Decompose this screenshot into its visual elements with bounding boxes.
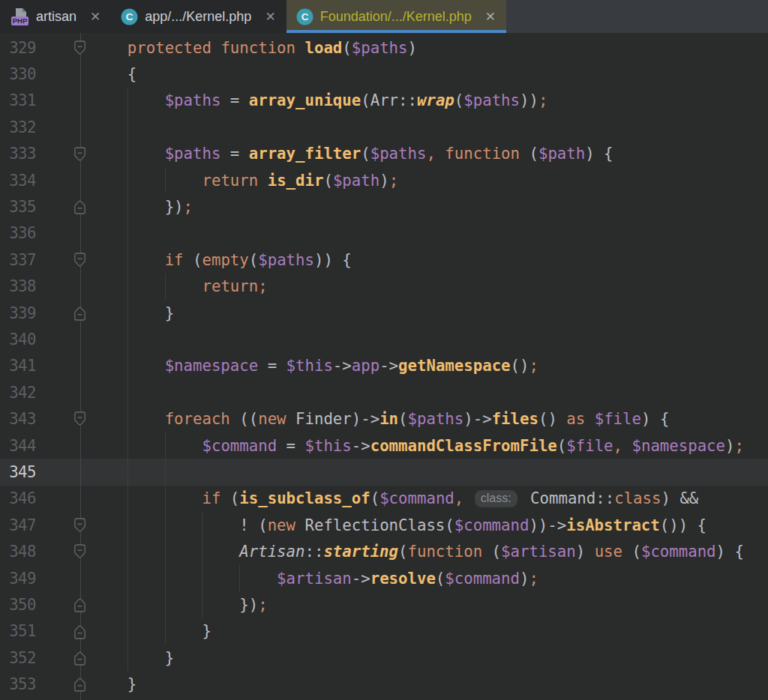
code-line[interactable]: 338 return; bbox=[0, 274, 768, 300]
class-icon: C bbox=[121, 8, 138, 25]
gutter-fold-area bbox=[36, 326, 90, 352]
code-area[interactable]: 329 protected function load($paths)330 {… bbox=[0, 34, 768, 698]
line-number: 340 bbox=[0, 331, 36, 349]
tab-foundation-kernel[interactable]: C Foundation/.../Kernel.php ✕ bbox=[286, 0, 506, 33]
line-number: 349 bbox=[0, 570, 36, 588]
gutter-fold-area bbox=[36, 565, 90, 591]
line-number: 336 bbox=[0, 224, 36, 242]
line-number: 331 bbox=[0, 91, 36, 109]
line-number: 332 bbox=[0, 118, 36, 136]
fold-close-icon bbox=[74, 624, 86, 639]
gutter-fold-area bbox=[36, 274, 90, 300]
code-line[interactable]: 335 }); bbox=[0, 193, 768, 220]
code-text: $paths = array_filter($paths, function (… bbox=[90, 145, 614, 163]
gutter-fold-area[interactable] bbox=[36, 591, 90, 618]
code-text: if (empty($paths)) { bbox=[90, 251, 352, 269]
gutter-fold-area[interactable] bbox=[36, 645, 90, 671]
close-icon[interactable]: ✕ bbox=[484, 9, 497, 25]
code-line[interactable]: 341 $namespace = $this->app->getNamespac… bbox=[0, 353, 768, 379]
code-line[interactable]: 332 bbox=[0, 114, 768, 140]
editor[interactable]: 329 protected function load($paths)330 {… bbox=[0, 33, 768, 700]
code-line[interactable]: 353 } bbox=[0, 671, 768, 697]
code-text: $command = $this->commandClassFromFile($… bbox=[90, 437, 744, 455]
code-text: }); bbox=[90, 596, 268, 614]
code-line[interactable]: 329 protected function load($paths) bbox=[0, 34, 768, 61]
code-line[interactable]: 347 ! (new ReflectionClass($command))->i… bbox=[0, 512, 768, 538]
code-line[interactable]: 345 bbox=[0, 459, 768, 485]
gutter-fold-area bbox=[36, 379, 90, 405]
code-line[interactable]: 349 $artisan->resolve($command); bbox=[0, 565, 768, 591]
code-text: ! (new ReflectionClass($command))->isAbs… bbox=[90, 516, 706, 534]
line-number: 338 bbox=[0, 277, 36, 295]
line-number: 344 bbox=[0, 437, 36, 455]
code-text: foreach ((new Finder)->in($paths)->files… bbox=[90, 410, 669, 428]
gutter-fold-area[interactable] bbox=[36, 247, 90, 273]
indent-guide bbox=[128, 220, 128, 247]
code-line[interactable]: 330 { bbox=[0, 61, 768, 87]
line-number: 329 bbox=[0, 39, 36, 57]
code-line[interactable]: 333 $paths = array_filter($paths, functi… bbox=[0, 141, 768, 167]
gutter-fold-area bbox=[36, 459, 90, 485]
gutter-fold-area bbox=[36, 114, 90, 140]
tab-bar: PHP artisan ✕ C app/.../Kernel.php ✕ C F… bbox=[0, 0, 768, 33]
line-number: 348 bbox=[0, 543, 36, 561]
close-icon[interactable]: ✕ bbox=[88, 9, 102, 25]
gutter-fold-area bbox=[36, 61, 90, 87]
code-line[interactable]: 336 bbox=[0, 220, 768, 247]
line-number: 347 bbox=[0, 516, 36, 534]
line-number: 352 bbox=[0, 649, 36, 667]
line-number: 353 bbox=[0, 675, 36, 693]
class-icon: C bbox=[296, 8, 314, 25]
line-number: 337 bbox=[0, 251, 36, 269]
gutter-fold-area[interactable] bbox=[36, 34, 90, 61]
code-line[interactable]: 340 bbox=[0, 326, 768, 352]
fold-open-icon bbox=[74, 147, 86, 162]
code-line[interactable]: 334 return is_dir($path); bbox=[0, 167, 768, 193]
line-number: 342 bbox=[0, 384, 36, 402]
line-number: 335 bbox=[0, 198, 36, 216]
code-line[interactable]: 352 } bbox=[0, 645, 768, 671]
gutter-fold-area bbox=[36, 88, 90, 114]
code-text: if (is_subclass_of($command, class: Comm… bbox=[90, 489, 698, 507]
gutter-fold-area[interactable] bbox=[36, 405, 90, 432]
code-text: } bbox=[90, 622, 212, 640]
code-text: } bbox=[90, 649, 174, 667]
code-line[interactable]: 350 }); bbox=[0, 591, 768, 618]
svg-text:C: C bbox=[126, 11, 134, 22]
gutter-fold-area[interactable] bbox=[36, 193, 90, 220]
gutter-fold-area[interactable] bbox=[36, 512, 90, 538]
code-line[interactable]: 337 if (empty($paths)) { bbox=[0, 247, 768, 273]
gutter-fold-area bbox=[36, 353, 90, 379]
code-line[interactable]: 342 bbox=[0, 379, 768, 405]
line-number: 351 bbox=[0, 622, 36, 640]
fold-open-icon bbox=[74, 40, 86, 55]
code-line[interactable]: 331 $paths = array_unique(Arr::wrap($pat… bbox=[0, 88, 768, 114]
code-line[interactable]: 343 foreach ((new Finder)->in($paths)->f… bbox=[0, 405, 768, 432]
fold-open-icon bbox=[74, 544, 86, 559]
code-line[interactable]: 346 if (is_subclass_of($command, class: … bbox=[0, 486, 768, 512]
code-line[interactable]: 348 Artisan::starting(function ($artisan… bbox=[0, 538, 768, 564]
tab-app-kernel[interactable]: C app/.../Kernel.php ✕ bbox=[111, 0, 286, 33]
indent-guide bbox=[128, 459, 128, 485]
gutter-fold-area[interactable] bbox=[36, 671, 90, 697]
gutter-fold-area[interactable] bbox=[36, 141, 90, 167]
gutter-fold-area[interactable] bbox=[36, 300, 90, 326]
indent-guide bbox=[128, 326, 128, 352]
tab-artisan[interactable]: PHP artisan ✕ bbox=[0, 0, 111, 33]
gutter-fold-area[interactable] bbox=[36, 618, 90, 645]
gutter-fold-area[interactable] bbox=[36, 538, 90, 564]
tab-label: artisan bbox=[36, 9, 76, 25]
code-line[interactable]: 351 } bbox=[0, 618, 768, 645]
line-number: 345 bbox=[0, 463, 36, 481]
fold-close-icon bbox=[74, 306, 86, 321]
line-number: 334 bbox=[0, 172, 36, 190]
gutter-fold-area bbox=[36, 220, 90, 247]
fold-close-icon bbox=[74, 677, 86, 692]
close-icon[interactable]: ✕ bbox=[263, 9, 277, 25]
code-line[interactable]: 339 } bbox=[0, 300, 768, 326]
line-number: 333 bbox=[0, 145, 36, 163]
code-text: { bbox=[90, 65, 136, 83]
code-text: return is_dir($path); bbox=[90, 172, 398, 190]
code-line[interactable]: 344 $command = $this->commandClassFromFi… bbox=[0, 432, 768, 459]
tab-label: app/.../Kernel.php bbox=[145, 9, 251, 25]
